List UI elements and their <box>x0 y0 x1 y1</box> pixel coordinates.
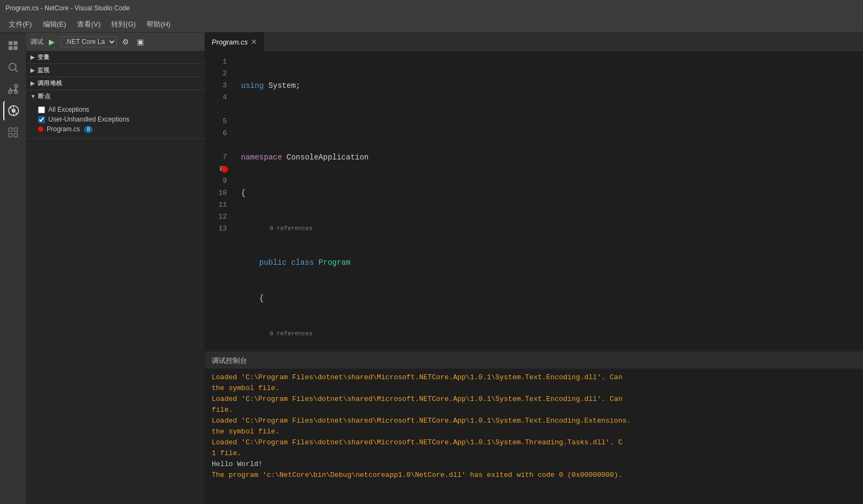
line-num-13: 13 <box>205 223 227 235</box>
source-control-icon[interactable] <box>3 79 23 99</box>
terminal-button[interactable]: ▣ <box>135 36 146 47</box>
tab-bar: Program.cs ✕ <box>205 33 863 52</box>
breakpoints-content: All Exceptions User-Unhandled Exceptions… <box>26 103 205 138</box>
line-num-ref1 <box>205 104 227 116</box>
explorer-icon[interactable] <box>3 36 23 55</box>
menu-file[interactable]: 文件(F) <box>4 18 36 30</box>
code-line-ref1: 0 references <box>241 223 863 233</box>
call-stack-header[interactable]: ▶ 调用堆栈 <box>26 77 205 90</box>
console-line-3: Loaded 'C:\Program Files\dotnet\shared\M… <box>212 394 856 405</box>
line-num-9: 9 <box>205 175 227 187</box>
code-line-6: { <box>241 292 863 304</box>
svg-rect-0 <box>9 41 12 45</box>
line-num-8: 8 <box>205 163 227 175</box>
breakpoint-dot-icon <box>38 126 43 132</box>
settings-button[interactable]: ⚙ <box>120 36 131 47</box>
call-stack-section: ▶ 调用堆栈 <box>26 77 205 90</box>
configuration-select[interactable]: .NET Core La <box>60 36 117 47</box>
svg-rect-16 <box>14 128 17 131</box>
debug-icon[interactable] <box>3 101 23 120</box>
activity-bar <box>0 33 26 504</box>
svg-point-7 <box>15 85 18 88</box>
breakpoint-8-icon <box>221 166 228 173</box>
main-layout: 调试 ▶ .NET Core La ⚙ ▣ ▶ 变量 ▶ 监视 ▶ <box>0 33 863 504</box>
console-line-4: file. <box>212 405 856 416</box>
user-unhandled-checkbox[interactable] <box>38 116 45 123</box>
svg-line-5 <box>15 69 18 72</box>
menu-bar: 文件(F) 编辑(E) 查看(V) 转到(G) 帮助(H) <box>0 16 863 33</box>
svg-point-14 <box>12 109 15 112</box>
watch-header[interactable]: ▶ 监视 <box>26 64 205 76</box>
menu-edit[interactable]: 编辑(E) <box>39 18 71 30</box>
svg-point-4 <box>9 63 16 71</box>
all-exceptions-row: All Exceptions <box>38 105 200 114</box>
watch-title: 监视 <box>37 66 50 74</box>
breakpoint-file-label: Program.cs <box>47 125 80 133</box>
variables-arrow: ▶ <box>30 54 35 60</box>
breakpoints-arrow: ▼ <box>30 93 36 99</box>
console-line-2: the symbol file. <box>212 383 856 394</box>
line-numbers: 1 2 3 4 5 6 7 8 9 10 11 12 13 <box>205 52 232 350</box>
svg-line-13 <box>16 113 17 114</box>
line-num-12: 12 <box>205 211 227 223</box>
line-num-4: 4 <box>205 92 227 104</box>
console-output[interactable]: Loaded 'C:\Program Files\dotnet\shared\M… <box>205 369 863 504</box>
debug-label: 调试 <box>30 37 43 47</box>
svg-rect-1 <box>14 41 17 45</box>
title-text: Program.cs - NetCore - Visual Studio Cod… <box>5 4 130 12</box>
line-num-1: 1 <box>205 56 227 68</box>
console-header: 调试控制台 <box>205 353 863 369</box>
line-num-2: 2 <box>205 68 227 80</box>
debug-console: 调试控制台 Loaded 'C:\Program Files\dotnet\sh… <box>205 352 863 504</box>
svg-rect-3 <box>14 46 17 50</box>
menu-help[interactable]: 帮助(H) <box>142 18 175 30</box>
menu-goto[interactable]: 转到(G) <box>107 18 140 30</box>
line-num-11: 11 <box>205 199 227 211</box>
console-title: 调试控制台 <box>212 356 247 366</box>
search-icon[interactable] <box>3 58 23 77</box>
all-exceptions-checkbox[interactable] <box>38 106 45 113</box>
breakpoints-title: 断点 <box>38 92 50 100</box>
code-line-5: public class Program <box>241 257 863 269</box>
console-line-8: 1 file. <box>212 448 856 459</box>
breakpoints-header[interactable]: ▼ 断点 <box>26 90 205 103</box>
line-num-6: 6 <box>205 127 227 139</box>
line-num-ref2 <box>205 139 227 151</box>
line-num-5: 5 <box>205 116 227 127</box>
svg-rect-17 <box>9 133 12 137</box>
line-num-3: 3 <box>205 80 227 92</box>
title-bar: Program.cs - NetCore - Visual Studio Cod… <box>0 0 863 16</box>
extensions-icon[interactable] <box>3 123 23 142</box>
code-line-1: using System; <box>241 80 863 92</box>
code-line-2 <box>241 116 863 127</box>
program-cs-tab[interactable]: Program.cs ✕ <box>205 33 264 51</box>
console-line-7: Loaded 'C:\Program Files\dotnet\shared\M… <box>212 437 856 448</box>
tab-close-button[interactable]: ✕ <box>251 38 257 46</box>
run-button[interactable]: ▶ <box>47 36 57 47</box>
svg-point-6 <box>9 91 12 94</box>
variables-section: ▶ 变量 <box>26 51 205 64</box>
code-content[interactable]: using System; namespace ConsoleApplicati… <box>232 52 863 350</box>
code-editor[interactable]: 1 2 3 4 5 6 7 8 9 10 11 12 13 u <box>205 52 863 350</box>
editor-area: Program.cs ✕ 1 2 3 4 5 6 7 8 9 <box>205 33 863 504</box>
code-line-3: namespace ConsoleApplication <box>241 151 863 163</box>
call-stack-arrow: ▶ <box>30 80 35 86</box>
code-line-4: { <box>241 187 863 199</box>
console-line-9: Hello World! <box>212 459 856 470</box>
call-stack-title: 调用堆栈 <box>37 79 62 87</box>
variables-header[interactable]: ▶ 变量 <box>26 51 205 63</box>
svg-rect-18 <box>14 133 17 137</box>
watch-section: ▶ 监视 <box>26 64 205 77</box>
console-line-6: the symbol file. <box>212 426 856 437</box>
user-unhandled-label: User-Unhandled Exceptions <box>48 116 129 123</box>
menu-view[interactable]: 查看(V) <box>73 18 105 30</box>
svg-line-12 <box>10 107 12 109</box>
svg-rect-2 <box>9 46 12 50</box>
variables-title: 变量 <box>37 53 50 61</box>
all-exceptions-label: All Exceptions <box>48 106 89 113</box>
console-line-5: Loaded 'C:\Program Files\dotnet\shared\M… <box>212 416 856 426</box>
debug-toolbar: 调试 ▶ .NET Core La ⚙ ▣ <box>26 33 205 51</box>
program-breakpoint-row: Program.cs 8 <box>38 124 200 134</box>
svg-rect-15 <box>9 128 12 131</box>
breakpoints-section: ▼ 断点 All Exceptions User-Unhandled Excep… <box>26 90 205 139</box>
